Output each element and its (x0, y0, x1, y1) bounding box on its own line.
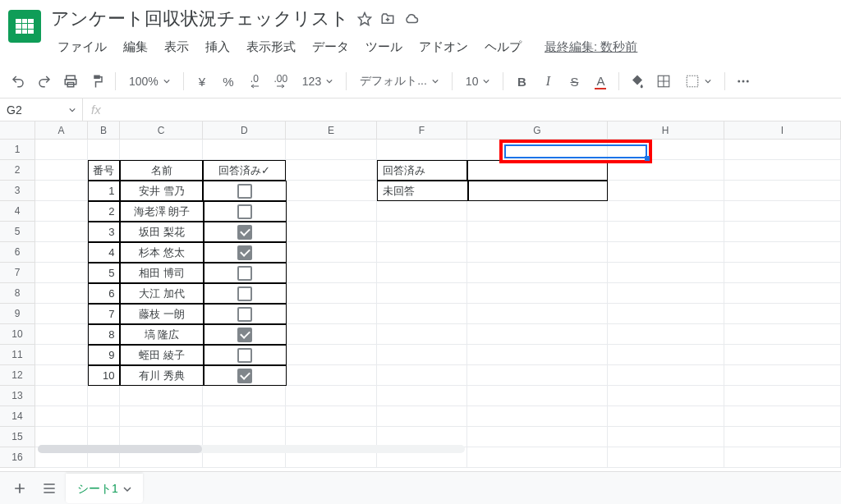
star-icon[interactable] (357, 11, 372, 26)
cell[interactable]: 名前 (120, 160, 203, 181)
cell[interactable] (377, 365, 467, 386)
cell[interactable]: 相田 博司 (120, 263, 203, 283)
spreadsheet-grid[interactable]: A B C D E F G H I 12番号名前回答済み✓回答済み31安井 雪乃… (0, 121, 841, 489)
cell[interactable] (467, 201, 607, 222)
cell[interactable]: 4 (88, 242, 121, 263)
cell[interactable] (724, 222, 841, 242)
cell[interactable] (724, 242, 841, 263)
font-size-select[interactable]: 10 (459, 70, 497, 93)
cell[interactable] (467, 427, 607, 447)
cell[interactable] (608, 304, 724, 324)
checkbox[interactable] (237, 184, 252, 199)
cell[interactable] (724, 386, 841, 406)
redo-button[interactable] (33, 70, 56, 93)
strike-button[interactable]: S (563, 70, 586, 93)
cell[interactable] (724, 283, 841, 304)
checkbox[interactable] (237, 328, 252, 342)
cell[interactable] (377, 222, 467, 242)
fill-color-button[interactable] (626, 70, 649, 93)
menu-help[interactable]: ヘルプ (478, 36, 528, 58)
cell[interactable] (377, 140, 467, 160)
cell[interactable] (286, 406, 376, 427)
cell[interactable] (608, 365, 724, 386)
cell[interactable] (467, 324, 607, 345)
menu-file[interactable]: ファイル (51, 36, 113, 58)
cloud-status-icon[interactable] (403, 11, 420, 26)
cell[interactable]: 藤枝 一朗 (120, 304, 203, 324)
cell[interactable] (88, 386, 120, 406)
row-header[interactable]: 11 (0, 345, 35, 365)
cell[interactable] (608, 140, 724, 160)
cell[interactable] (286, 140, 376, 160)
cell[interactable]: 2 (88, 201, 121, 222)
cell[interactable] (724, 201, 841, 222)
cell[interactable] (204, 222, 287, 242)
cell[interactable] (35, 365, 88, 386)
cell[interactable] (467, 345, 607, 365)
cell[interactable] (467, 304, 607, 324)
cell[interactable] (724, 160, 841, 181)
checkbox[interactable] (237, 369, 252, 383)
cell[interactable] (724, 365, 841, 386)
cell[interactable] (467, 242, 607, 263)
cell[interactable] (204, 345, 287, 365)
cell[interactable] (467, 365, 607, 386)
name-box[interactable]: G2 (0, 103, 82, 117)
formula-input[interactable] (109, 99, 841, 121)
cell[interactable] (286, 160, 376, 181)
cell[interactable]: 回答済み (377, 160, 468, 181)
checkbox[interactable] (237, 266, 252, 281)
cell[interactable]: 9 (88, 345, 121, 365)
cell[interactable] (608, 386, 724, 406)
cell[interactable] (120, 140, 203, 160)
col-header[interactable]: I (724, 121, 841, 139)
cell[interactable]: 3 (88, 222, 121, 242)
cell[interactable] (467, 140, 607, 160)
cell[interactable] (608, 345, 724, 365)
cell[interactable] (377, 386, 467, 406)
col-header[interactable]: D (203, 121, 286, 139)
cell[interactable] (608, 222, 724, 242)
menu-data[interactable]: データ (306, 36, 356, 58)
row-header[interactable]: 2 (0, 160, 35, 181)
cell[interactable] (377, 201, 467, 222)
sheets-logo[interactable] (8, 10, 41, 43)
cell[interactable]: 回答済み✓ (203, 160, 286, 181)
cell[interactable] (724, 324, 841, 345)
cell[interactable] (467, 263, 607, 283)
cell[interactable] (287, 304, 377, 324)
cell[interactable] (203, 406, 286, 427)
cell[interactable]: 大江 加代 (120, 283, 203, 304)
cell[interactable]: 未回答 (377, 181, 468, 201)
col-header[interactable]: C (120, 121, 203, 139)
bold-button[interactable]: B (510, 70, 533, 93)
cell[interactable] (608, 427, 724, 447)
col-header[interactable]: B (88, 121, 120, 139)
cell[interactable] (204, 263, 287, 283)
cell[interactable]: 安井 雪乃 (120, 181, 203, 201)
last-edit-link[interactable]: 最終編集: 数秒前 (545, 39, 637, 55)
cell[interactable] (35, 324, 88, 345)
cell[interactable] (203, 386, 286, 406)
cell[interactable] (377, 283, 467, 304)
cell[interactable] (724, 140, 841, 160)
row-header[interactable]: 10 (0, 324, 35, 345)
menu-format[interactable]: 表示形式 (240, 36, 302, 58)
col-header[interactable]: E (286, 121, 376, 139)
cell[interactable] (377, 304, 467, 324)
cell[interactable] (377, 406, 467, 427)
cell[interactable] (120, 386, 203, 406)
checkbox[interactable] (237, 225, 252, 240)
cell[interactable] (35, 386, 88, 406)
cell[interactable] (608, 242, 724, 263)
cell[interactable] (724, 181, 841, 201)
cell[interactable] (608, 447, 724, 468)
cell[interactable]: 1 (88, 181, 121, 201)
cell[interactable] (35, 140, 88, 160)
cell[interactable] (467, 386, 607, 406)
cell[interactable] (724, 406, 841, 427)
borders-button[interactable] (652, 70, 675, 93)
cell[interactable] (287, 263, 377, 283)
cell[interactable] (35, 222, 88, 242)
row-header[interactable]: 4 (0, 201, 35, 222)
